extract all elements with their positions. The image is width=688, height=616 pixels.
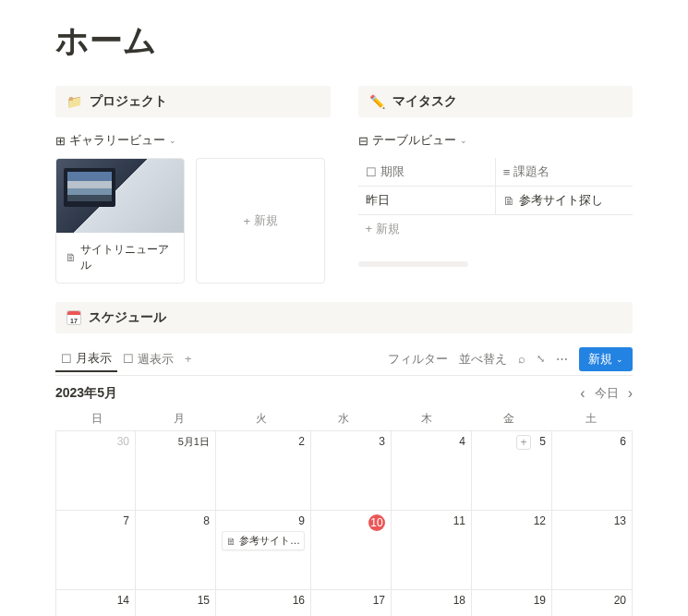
weekday-label: 日 (55, 407, 138, 430)
plus-icon (366, 222, 373, 236)
calendar-icon (61, 352, 72, 366)
schedule-header: スケジュール (55, 302, 633, 333)
calendar-cell[interactable]: 12 (472, 511, 552, 590)
col-taskname[interactable]: 課題名 (495, 158, 633, 186)
calendar-cell[interactable]: 5月1日 (136, 431, 216, 511)
projects-panel: プロジェクト ギャラリービュー ⌄ サイトリニューアル (55, 86, 331, 284)
projects-header: プロジェクト (55, 86, 331, 117)
table-new-row[interactable]: 新規 (358, 215, 634, 243)
tasks-panel: マイタスク テーブルビュー ⌄ 期限 (358, 86, 634, 284)
next-month[interactable] (628, 385, 633, 402)
schedule-title: スケジュール (89, 309, 166, 326)
calendar-date: 9 (222, 514, 305, 527)
cell-taskname[interactable]: 参考サイト探し (495, 187, 633, 214)
chevron-down-icon: ⌄ (460, 136, 467, 145)
calendar-date: 13 (558, 514, 626, 527)
calendar-cell[interactable]: 9参考サイト… (216, 511, 311, 590)
weekday-label: 水 (303, 407, 385, 430)
gallery-view-label: ギャラリービュー (69, 132, 165, 149)
project-new-label: 新規 (254, 212, 278, 229)
calendar-cell[interactable]: 11 (392, 511, 472, 590)
calendar-event[interactable]: 参考サイト… (222, 531, 305, 550)
weekday-label: 木 (385, 407, 467, 430)
tab-month[interactable]: 月表示 (55, 346, 117, 372)
plus-icon (185, 352, 192, 366)
tab-add[interactable] (179, 348, 198, 369)
tasks-title: マイタスク (392, 93, 457, 110)
tab-week[interactable]: 週表示 (117, 347, 179, 371)
calendar-date: 16 (222, 594, 305, 607)
calendar-date: 2 (222, 435, 305, 448)
weekday-label: 火 (221, 407, 303, 430)
project-card-image (56, 159, 184, 233)
calendar-cell[interactable]: 17 (311, 590, 392, 616)
calendar-cell[interactable]: 14 (55, 590, 136, 616)
page-title: ホーム (55, 18, 633, 64)
more-icon[interactable] (556, 352, 568, 366)
calendar-date: 5月1日 (141, 435, 210, 449)
col-deadline[interactable]: 期限 (358, 158, 495, 186)
calendar-icon (123, 352, 134, 366)
calendar-month-label: 2023年5月 (55, 385, 117, 402)
project-card-title: サイトリニューアル (80, 242, 175, 273)
chevron-down-icon: ⌄ (616, 355, 623, 364)
calendar-date: 6 (558, 435, 626, 448)
page-icon (226, 536, 236, 547)
sort-button[interactable]: 並べ替え (459, 351, 507, 368)
filter-button[interactable]: フィルター (388, 351, 448, 368)
calendar-date: 17 (317, 594, 385, 607)
calendar-grid: 305月1日2345+6789参考サイト…1011121314151617181… (55, 430, 633, 616)
table-icon (358, 134, 368, 148)
calendar-cell[interactable]: 20 (552, 590, 633, 616)
project-card[interactable]: サイトリニューアル (55, 158, 185, 284)
calendar-17-icon (66, 310, 81, 325)
calendar-cell[interactable]: 16 (216, 590, 311, 616)
prev-month[interactable] (580, 385, 585, 402)
pencil-icon (369, 94, 385, 109)
calendar-date: 30 (62, 435, 129, 448)
calendar-cell[interactable]: 5+ (472, 431, 552, 511)
calendar-cell[interactable]: 15 (136, 590, 216, 616)
calendar-cell[interactable]: 30 (55, 431, 136, 511)
calendar-cell[interactable]: 6 (552, 431, 633, 511)
weekday-label: 土 (550, 407, 633, 430)
calendar-cell[interactable]: 2 (216, 431, 311, 511)
table-row[interactable]: 昨日 参考サイト探し (358, 187, 634, 215)
calendar-cell[interactable]: 13 (552, 511, 633, 590)
today-button[interactable]: 今日 (595, 385, 619, 402)
calendar-cell[interactable]: 19 (472, 590, 552, 616)
calendar-date: 4 (397, 435, 465, 448)
tasks-header: マイタスク (358, 86, 634, 117)
add-event-button[interactable]: + (516, 435, 531, 450)
chevron-down-icon: ⌄ (169, 136, 176, 145)
calendar-date: 12 (477, 514, 546, 527)
weekday-label: 金 (467, 407, 549, 430)
calendar-date: 19 (477, 594, 546, 607)
calendar-cell[interactable]: 18 (392, 590, 472, 616)
calendar-cell[interactable]: 7 (55, 511, 136, 590)
weekday-label: 月 (138, 407, 220, 430)
new-button[interactable]: 新規 ⌄ (579, 347, 633, 371)
calendar-cell[interactable]: 8 (136, 511, 216, 590)
weekday-row: 日月火水木金土 (55, 407, 633, 430)
search-icon[interactable] (518, 352, 525, 366)
calendar-date: 5 (477, 435, 546, 448)
page-icon (66, 251, 77, 264)
expand-icon[interactable] (537, 353, 545, 365)
table-view-tab[interactable]: テーブルビュー ⌄ (358, 132, 467, 149)
cell-deadline[interactable]: 昨日 (358, 187, 495, 214)
calendar-cell[interactable]: 3 (311, 431, 392, 511)
plus-icon (243, 214, 250, 228)
calendar-icon (366, 165, 377, 179)
project-new-card[interactable]: 新規 (196, 158, 325, 284)
calendar-cell[interactable]: 4 (392, 431, 472, 511)
calendar-date: 20 (558, 594, 626, 607)
schedule-panel: スケジュール 月表示 週表示 フィルター 並べ替え 新規 (55, 302, 633, 616)
table-view-label: テーブルビュー (372, 132, 456, 149)
page-icon (503, 194, 515, 208)
calendar-cell[interactable]: 10 (311, 511, 392, 590)
calendar-date: 10 (317, 514, 385, 531)
scroll-indicator (358, 261, 468, 267)
gallery-view-tab[interactable]: ギャラリービュー ⌄ (55, 132, 176, 149)
folder-icon (66, 94, 82, 109)
